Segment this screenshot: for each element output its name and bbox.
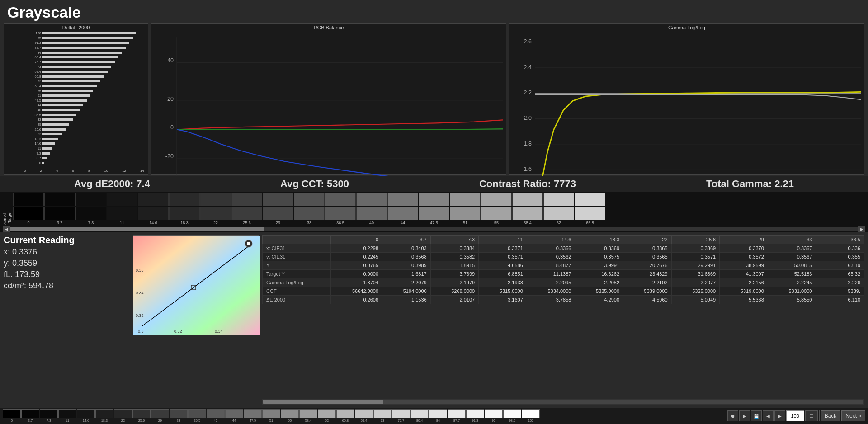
swatch-target[interactable] bbox=[107, 207, 137, 220]
bottom-swatch-item[interactable]: 69.4 bbox=[355, 409, 373, 423]
bottom-swatch-item[interactable]: 22 bbox=[114, 409, 132, 423]
swatch-actual[interactable] bbox=[294, 193, 325, 206]
swatch-actual[interactable] bbox=[107, 193, 137, 206]
swatch-target[interactable] bbox=[231, 207, 262, 220]
bottom-swatch-item[interactable]: 91.3 bbox=[466, 409, 484, 423]
swatch-actual[interactable] bbox=[44, 193, 75, 206]
bottom-swatch-item[interactable]: 84 bbox=[429, 409, 447, 423]
bottom-swatch-item[interactable]: 29 bbox=[151, 409, 169, 423]
deltae-bar-row: 14.6 bbox=[24, 142, 144, 145]
next-btn[interactable]: Next » bbox=[841, 410, 865, 421]
swatch-scroll-right[interactable]: ▶ bbox=[858, 226, 865, 232]
bottom-swatch-item[interactable]: 98.6 bbox=[503, 409, 521, 423]
bottom-swatch-item[interactable]: 73 bbox=[373, 409, 392, 423]
swatch-item: 40 bbox=[356, 193, 387, 225]
back-btn[interactable]: Back bbox=[821, 410, 841, 421]
bottom-swatch-item[interactable]: 100 bbox=[522, 409, 540, 423]
bottom-swatch-item[interactable]: 58.4 bbox=[299, 409, 317, 423]
swatch-scrollbar[interactable]: ◀ ▶ bbox=[3, 226, 865, 232]
bottom-swatch-item[interactable]: 51 bbox=[262, 409, 280, 423]
svg-text:0.34: 0.34 bbox=[215, 329, 223, 334]
swatch-target[interactable] bbox=[419, 207, 449, 220]
swatch-scroll-left[interactable]: ◀ bbox=[3, 226, 10, 232]
bottom-swatch-item[interactable]: 33 bbox=[170, 409, 188, 423]
deltae-bar-fill bbox=[42, 162, 44, 164]
swatch-target[interactable] bbox=[44, 207, 75, 220]
deltae-bar-fill bbox=[42, 128, 66, 131]
checkbox-btn[interactable]: ☐ bbox=[805, 410, 818, 421]
swatch-target[interactable] bbox=[356, 207, 387, 220]
play-btn[interactable]: ▶ bbox=[739, 410, 750, 421]
bottom-swatch-item[interactable]: 40 bbox=[207, 409, 225, 423]
svg-text:0.36: 0.36 bbox=[136, 268, 144, 273]
deltae-bar-row: 3.7 bbox=[24, 156, 144, 160]
deltae-bar-row: 73 bbox=[24, 65, 144, 68]
deltae-bar-row: 7.3 bbox=[24, 152, 144, 155]
swatch-actual[interactable] bbox=[13, 193, 44, 206]
swatch-actual[interactable] bbox=[575, 193, 605, 206]
bottom-swatch-item[interactable]: 76.7 bbox=[392, 409, 410, 423]
swatch-actual[interactable] bbox=[450, 193, 481, 206]
bottom-swatch-item[interactable]: 62 bbox=[318, 409, 336, 423]
deltae-bar-row: 55 bbox=[24, 90, 144, 93]
swatch-target[interactable] bbox=[294, 207, 325, 220]
bottom-swatch-item[interactable]: 80.4 bbox=[410, 409, 429, 423]
bottom-swatch-item[interactable]: 55 bbox=[281, 409, 299, 423]
swatch-actual[interactable] bbox=[231, 193, 262, 206]
swatch-target[interactable] bbox=[325, 207, 356, 220]
swatch-target[interactable] bbox=[481, 207, 512, 220]
swatch-target[interactable] bbox=[512, 207, 543, 220]
swatch-actual[interactable] bbox=[356, 193, 387, 206]
bottom-swatch-item[interactable]: 7.3 bbox=[40, 409, 58, 423]
value-100-btn[interactable]: 100 bbox=[786, 410, 804, 421]
swatch-actual[interactable] bbox=[481, 193, 512, 206]
bottom-swatch-item[interactable]: 18.3 bbox=[95, 409, 113, 423]
bottom-swatch-item[interactable]: 47.5 bbox=[244, 409, 262, 423]
bottom-swatch-item[interactable]: 0 bbox=[3, 409, 21, 423]
save-btn[interactable]: 💾 bbox=[751, 410, 762, 421]
table-container[interactable]: 03.77.31114.618.32225.6293336.5 x: CIE31… bbox=[262, 235, 864, 399]
bottom-section: Current Reading x: 0.3376 y: 0.3559 fL: … bbox=[0, 232, 868, 408]
swatch-actual[interactable] bbox=[75, 193, 106, 206]
swatch-actual[interactable] bbox=[263, 193, 293, 206]
deltae-bar-row: 11 bbox=[24, 147, 144, 150]
swatch-target[interactable] bbox=[13, 207, 44, 220]
swatch-target[interactable] bbox=[450, 207, 481, 220]
table-scrollbar[interactable] bbox=[262, 399, 864, 405]
swatch-target[interactable] bbox=[75, 207, 106, 220]
bottom-swatch-item[interactable]: 11 bbox=[58, 409, 76, 423]
next-arrow-btn[interactable]: ▶ bbox=[774, 410, 785, 421]
swatch-target[interactable] bbox=[543, 207, 574, 220]
table-row: CCT56642.00005194.00005268.00005315.0000… bbox=[263, 287, 864, 296]
swatch-target[interactable] bbox=[169, 207, 200, 220]
bottom-swatch-item[interactable]: 65.8 bbox=[336, 409, 354, 423]
swatch-target[interactable] bbox=[200, 207, 231, 220]
swatch-actual[interactable] bbox=[512, 193, 543, 206]
bottom-swatch-item[interactable]: 95 bbox=[485, 409, 503, 423]
bottom-swatch-item[interactable]: 25.6 bbox=[132, 409, 151, 423]
swatch-actual[interactable] bbox=[200, 193, 231, 206]
bottom-swatches: 03.77.31114.618.32225.6293336.5404447.55… bbox=[3, 409, 724, 423]
bottom-swatch-item[interactable]: 3.7 bbox=[21, 409, 39, 423]
swatch-target[interactable] bbox=[138, 207, 169, 220]
bottom-swatch-item[interactable]: 36.5 bbox=[188, 409, 206, 423]
bottom-swatch-item[interactable]: 14.6 bbox=[77, 409, 95, 423]
swatch-item: 0 bbox=[13, 193, 44, 225]
swatch-actual[interactable] bbox=[419, 193, 449, 206]
deltae-bar-fill bbox=[42, 71, 108, 73]
swatch-target[interactable] bbox=[263, 207, 293, 220]
swatch-actual[interactable] bbox=[325, 193, 356, 206]
swatch-actual[interactable] bbox=[387, 193, 418, 206]
swatch-actual[interactable] bbox=[543, 193, 574, 206]
bottom-swatch-item[interactable]: 44 bbox=[225, 409, 243, 423]
deltae-bar-fill bbox=[42, 118, 73, 121]
svg-text:40: 40 bbox=[167, 57, 174, 64]
bottom-swatch-item[interactable]: 87.7 bbox=[448, 409, 466, 423]
prev-btn[interactable]: ◀ bbox=[763, 410, 774, 421]
swatch-actual[interactable] bbox=[169, 193, 200, 206]
swatch-target[interactable] bbox=[387, 207, 418, 220]
swatch-actual[interactable] bbox=[138, 193, 169, 206]
swatch-target[interactable] bbox=[575, 207, 605, 220]
record-btn[interactable]: ⏺ bbox=[727, 410, 738, 421]
swatch-item: 47.5 bbox=[419, 193, 449, 225]
